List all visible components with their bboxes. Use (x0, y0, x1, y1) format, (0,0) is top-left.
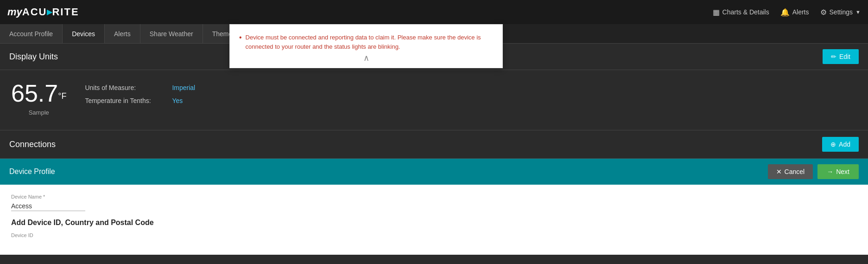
add-circle-icon: ⊕ (830, 141, 836, 148)
bell-icon: 🔔 (780, 8, 790, 17)
temperature-in-tenths-row: Temperature in Tenths: Yes (85, 97, 195, 104)
add-device-id-title: Add Device ID, Country and Postal Code (11, 219, 857, 227)
logo-acu: ACU (22, 6, 47, 18)
tab-devices[interactable]: Devices (63, 24, 105, 43)
temperature-value: 65.7°F (11, 79, 66, 107)
popup-message-text: Device must be connected and reporting d… (246, 33, 493, 51)
display-units-title: Display Units (9, 52, 58, 62)
temp-unit: °F (58, 91, 66, 101)
device-profile-card: Device Profile ✕ Cancel → Next Device Na… (0, 159, 868, 255)
device-profile-actions: ✕ Cancel → Next (768, 164, 859, 179)
settings-label: Settings (830, 8, 853, 16)
device-profile-title: Device Profile (9, 167, 55, 176)
charts-icon: ▦ (713, 8, 720, 17)
device-profile-header: Device Profile ✕ Cancel → Next (0, 159, 868, 185)
units-of-measure-row: Units of Measure: Imperial (85, 84, 195, 91)
main-content: Display Units ✏ Edit 65.7°F Sample Units… (0, 44, 868, 255)
device-name-field: Device Name * (11, 194, 857, 211)
edit-icon: ✏ (831, 53, 836, 60)
temperature-display: 65.7°F Sample (11, 79, 66, 116)
device-profile-body: Device Name * Add Device ID, Country and… (0, 185, 868, 255)
tab-bar: Account Profile Devices Alerts Share Wea… (0, 24, 868, 44)
popup-bullet-icon: • (239, 33, 242, 51)
logo-dot: ▸ (47, 6, 52, 18)
temp-sample-label: Sample (29, 109, 49, 116)
app-logo: my ACU ▸ RITE (7, 6, 79, 18)
temperature-in-tenths-label: Temperature in Tenths: (85, 97, 168, 104)
tab-account-profile[interactable]: Account Profile (0, 24, 63, 43)
error-popup: • Device must be connected and reporting… (229, 24, 503, 68)
arrow-right-icon: → (827, 168, 833, 175)
display-units-panel: 65.7°F Sample Units of Measure: Imperial… (0, 70, 868, 130)
device-id-field: Device ID (11, 232, 857, 238)
logo-rite: RITE (52, 6, 79, 18)
cancel-icon: ✕ (776, 168, 782, 175)
device-name-label: Device Name * (11, 194, 857, 200)
gear-icon: ⚙ (820, 8, 827, 17)
alerts-label: Alerts (792, 8, 809, 16)
add-button[interactable]: ⊕ Add (822, 137, 859, 152)
alerts-nav[interactable]: 🔔 Alerts (780, 8, 809, 17)
device-name-input[interactable] (11, 201, 85, 211)
next-button[interactable]: → Next (817, 164, 859, 179)
units-of-measure-value: Imperial (172, 84, 195, 91)
temperature-in-tenths-value: Yes (172, 97, 183, 104)
device-id-label: Device ID (11, 232, 857, 238)
units-of-measure-label: Units of Measure: (85, 84, 168, 91)
top-navbar: my ACU ▸ RITE ▦ Charts & Details 🔔 Alert… (0, 0, 868, 24)
nav-actions: ▦ Charts & Details 🔔 Alerts ⚙ Settings ▼ (713, 8, 861, 17)
popup-message-content: • Device must be connected and reporting… (239, 33, 493, 51)
edit-button[interactable]: ✏ Edit (823, 49, 859, 64)
charts-details-nav[interactable]: ▦ Charts & Details (713, 8, 769, 17)
settings-nav[interactable]: ⚙ Settings ▼ (820, 8, 861, 17)
cancel-button[interactable]: ✕ Cancel (768, 164, 813, 179)
connections-title: Connections (9, 140, 56, 149)
tab-alerts[interactable]: Alerts (105, 24, 140, 43)
connections-header: Connections ⊕ Add (0, 130, 868, 159)
logo-my: my (7, 6, 22, 18)
tab-share-weather[interactable]: Share Weather (140, 24, 203, 43)
settings-chevron-icon: ▼ (855, 9, 861, 15)
units-details: Units of Measure: Imperial Temperature i… (85, 79, 195, 104)
connections-section: Connections ⊕ Add Device Profile ✕ Cance… (0, 130, 868, 255)
popup-arrow-icon: ∧ (239, 53, 493, 63)
charts-label: Charts & Details (722, 8, 769, 16)
